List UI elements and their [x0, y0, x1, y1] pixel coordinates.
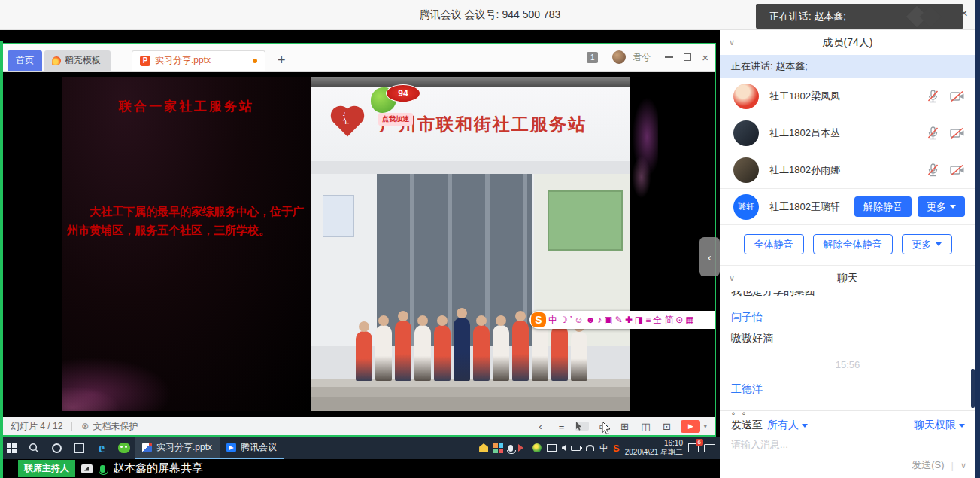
- camera-off-icon[interactable]: [950, 127, 965, 139]
- slide-body: 大社工下属的最早的家综服务中心，位于广州市黄埔区，服务五个社区，三所学校。: [67, 202, 306, 240]
- divider: [605, 52, 605, 62]
- ime-mode-icon[interactable]: 中: [548, 315, 557, 324]
- notification-badge[interactable]: 1: [587, 52, 598, 63]
- member-more-button[interactable]: 更多: [918, 196, 965, 217]
- antivirus-tray-icon[interactable]: [532, 443, 542, 452]
- grid-icon[interactable]: ▦: [685, 315, 693, 324]
- caret-down-icon: [950, 205, 956, 212]
- display-tray-icon[interactable]: [547, 444, 557, 452]
- more-label: 更多: [912, 238, 932, 251]
- task-view-icon[interactable]: [68, 437, 90, 459]
- camera-off-icon[interactable]: [950, 90, 965, 102]
- wechat-icon[interactable]: [113, 437, 135, 459]
- muted-speaker-tray-icon[interactable]: [518, 444, 527, 452]
- restore-button[interactable]: [684, 53, 691, 61]
- battery-tray-icon[interactable]: [571, 446, 581, 451]
- docker-flame-icon: [52, 56, 61, 65]
- ime-indicator[interactable]: 中: [599, 443, 608, 454]
- accelerator-mascot[interactable]: 94 点我加速: [369, 84, 426, 125]
- member-row[interactable]: 社工1802梁凤凤: [720, 78, 975, 114]
- taskbar-app-wps[interactable]: 实习分享.pptx - W...: [135, 437, 220, 459]
- slideshow-play-button[interactable]: ▶: [681, 420, 700, 433]
- mic-muted-icon[interactable]: [927, 126, 939, 140]
- emoji-icon[interactable]: ☺: [574, 315, 583, 324]
- handwriting-icon[interactable]: ✎: [615, 315, 623, 324]
- panel-collapse-handle[interactable]: ‹: [699, 237, 720, 276]
- clock-time: 16:10: [664, 439, 683, 447]
- mute-all-button[interactable]: 全体静音: [744, 234, 804, 254]
- action-center-icon[interactable]: 6: [688, 443, 699, 452]
- search-icon[interactable]: [23, 437, 45, 459]
- members-footer-buttons: 全体静音 解除全体静音 更多: [720, 234, 975, 254]
- avatar[interactable]: [612, 50, 626, 64]
- chat-sender[interactable]: 闫子怡: [720, 311, 975, 324]
- wps-presentation-icon: P: [140, 56, 150, 66]
- doc-protection-status[interactable]: 文档未保护: [93, 420, 138, 433]
- search-icon[interactable]: ⊙: [675, 315, 683, 324]
- member-name: 社工1802梁凤凤: [769, 90, 840, 103]
- mic-tray-icon[interactable]: [508, 445, 513, 452]
- tab-docker-templates[interactable]: 稻壳模板: [44, 50, 111, 71]
- screen-share-icon: [81, 464, 93, 473]
- outline-icon[interactable]: ≡: [554, 421, 568, 432]
- play-options-caret-icon[interactable]: ▾: [703, 422, 707, 430]
- new-tab-button[interactable]: +: [278, 50, 286, 71]
- chat-permission-dropdown[interactable]: 聊天权限: [914, 419, 965, 432]
- start-button[interactable]: [0, 437, 23, 459]
- taskbar-app-tencent-meeting[interactable]: ▶ 腾讯会议: [220, 437, 284, 459]
- sogou-logo-icon[interactable]: S: [531, 312, 546, 327]
- collapse-notes-icon[interactable]: ‹: [533, 421, 547, 432]
- wifi-tray-icon[interactable]: [586, 445, 594, 451]
- voice-icon[interactable]: ♪: [597, 315, 602, 324]
- accelerator-label[interactable]: 点我加速: [378, 113, 413, 126]
- close-icon[interactable]: ×: [960, 7, 968, 20]
- volume-tray-icon[interactable]: [562, 445, 566, 451]
- more-button[interactable]: 更多: [902, 234, 952, 254]
- unmute-button[interactable]: 解除静音: [854, 196, 912, 217]
- mic-muted-icon[interactable]: [927, 163, 939, 177]
- clipboard-icon[interactable]: ▣: [604, 315, 612, 324]
- members-collapse-chevron-icon[interactable]: ∨: [729, 38, 735, 47]
- docs-tray-icon[interactable]: [493, 443, 503, 453]
- touch-keyboard-icon[interactable]: [704, 444, 715, 452]
- people-photo: [336, 292, 607, 381]
- taskbar-clock[interactable]: 16:10 2020\4\21 星期二: [625, 439, 683, 458]
- member-row-hovered[interactable]: 璐轩 社工1802王璐轩 解除静音 更多: [720, 188, 975, 225]
- unmute-all-button[interactable]: 解除全体静音: [813, 234, 893, 254]
- message-input[interactable]: [731, 439, 961, 450]
- qq-tray-icon[interactable]: [479, 443, 488, 452]
- chat-collapse-chevron-icon[interactable]: ∨: [729, 273, 735, 283]
- minimize-button[interactable]: [665, 56, 673, 58]
- emoji2-icon[interactable]: ☻: [586, 315, 596, 324]
- sogou-tray-icon[interactable]: S: [613, 443, 620, 454]
- camera-off-icon[interactable]: [950, 164, 965, 176]
- divider: [71, 422, 72, 431]
- skin-icon[interactable]: ◨: [635, 315, 643, 324]
- send-to-dropdown[interactable]: 所有人: [767, 419, 808, 432]
- send-options-chevron-icon[interactable]: ∨: [960, 461, 966, 470]
- edge-icon[interactable]: e: [90, 437, 113, 459]
- simplified-icon[interactable]: 简: [664, 315, 673, 324]
- moon-icon[interactable]: ☽: [560, 315, 568, 324]
- member-row[interactable]: 社工1802吕本丛: [720, 114, 975, 151]
- cortana-icon[interactable]: [45, 437, 68, 459]
- tab-presentation[interactable]: P 实习分享.pptx: [132, 50, 265, 71]
- member-row[interactable]: 社工1802孙雨娜: [720, 151, 975, 188]
- reading-view-icon[interactable]: ◫: [639, 421, 652, 432]
- medical-icon[interactable]: ✚: [625, 315, 633, 324]
- send-button[interactable]: 发送(S): [912, 458, 944, 472]
- toolbox-icon[interactable]: ≡: [645, 315, 651, 324]
- tab-home[interactable]: 首页: [8, 50, 42, 71]
- chat-sender[interactable]: 王德洋: [720, 382, 975, 396]
- photo-strip: [311, 161, 630, 174]
- slide-canvas: 联合一家社工服务站 大社工下属的最早的家综服务中心，位于广州市黄埔区，服务五个社…: [3, 72, 715, 417]
- window-close-button[interactable]: ×: [702, 52, 708, 63]
- punctuation-icon[interactable]: ’: [570, 315, 572, 324]
- projector-view-icon[interactable]: ⊡: [660, 421, 673, 432]
- slide-sorter-icon[interactable]: ⊞: [617, 421, 631, 432]
- chat-scrollbar[interactable]: [971, 369, 975, 408]
- pointer-mode-icon[interactable]: [575, 422, 589, 431]
- mic-muted-icon[interactable]: [927, 90, 939, 103]
- fullwidth-icon[interactable]: 全: [653, 315, 662, 324]
- sogou-ime-toolbar[interactable]: S 中 ☽ ’ ☺ ☻ ♪ ▣ ✎ ✚ ◨ ≡ 全 简 ⊙ ▦: [529, 311, 715, 329]
